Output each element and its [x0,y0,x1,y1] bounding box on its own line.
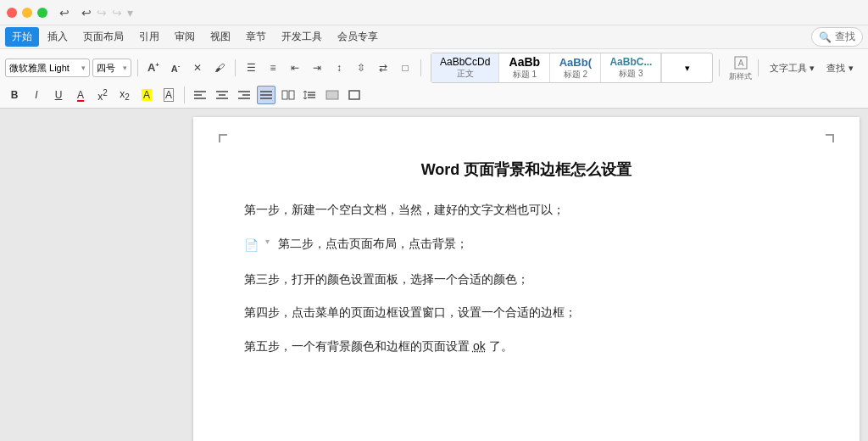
increase-font-button[interactable]: A+ [144,59,163,77]
svg-rect-15 [289,91,294,99]
svg-rect-19 [326,91,338,99]
new-style-icon: A [732,54,749,71]
find-replace-button[interactable]: 查找 ▾ [823,60,856,76]
search-placeholder: 查找 [835,30,855,44]
maximize-button[interactable] [37,8,47,18]
title-bar: ↩ ↩ ↪ ↪ ▾ [0,0,868,25]
style-h1-label: 标题 1 [513,69,537,81]
sort-icon: ↕ [337,62,342,74]
font-selector: 微软雅黑 Light ▾ 四号 ▾ [5,59,131,77]
redo-button[interactable]: ↪ [97,6,107,20]
new-style-label: 新样式 [729,71,752,82]
menu-item-view[interactable]: 视图 [203,27,237,47]
underline-button[interactable]: U [49,86,68,104]
undo2-button[interactable]: ↩ [81,6,92,20]
doc-para-3-text: 第三步，打开的颜色设置面板，选择一个合适的颜色； [244,272,529,286]
char-border-icon: A [164,88,174,102]
subscript-button[interactable]: x2 [115,86,134,104]
divider3 [420,59,421,76]
list-bullet-button[interactable]: ☰ [242,59,260,77]
doc-para-5: 第五步，一个有背景颜色和边框的页面设置 ok 了。 [244,337,809,357]
font-color-button[interactable]: A [71,86,90,104]
underline-icon: U [55,89,63,101]
minimize-button[interactable] [22,8,32,18]
more-undo-icon: ▾ [127,6,133,20]
highlight-button[interactable]: A [137,86,156,104]
style-h2-label: 标题 2 [564,69,587,81]
clear-format-button[interactable]: ✕ [188,59,207,77]
undo-button[interactable]: ↩ [59,6,70,20]
menu-item-review[interactable]: 审阅 [168,27,202,47]
align-right-button[interactable] [235,86,253,104]
doc-page: Word 页面背景和边框怎么设置 第一步，新建一个空白文档，当然，建好的文字文档… [193,117,860,441]
divider4 [719,59,720,76]
style-normal[interactable]: AaBbCcDd 正文 [431,53,499,82]
menu-item-vip[interactable]: 会员专享 [331,27,385,47]
line-spacing-icon [303,89,317,101]
svg-rect-20 [349,91,359,99]
align-left-icon [193,89,207,101]
text-tools-label: 文字工具 ▾ [770,62,815,75]
superscript-button[interactable]: x2 [93,86,112,104]
italic-icon: I [35,89,37,101]
bold-button[interactable]: B [5,86,24,104]
highlight-icon: A [142,89,152,101]
style-h3-label: 标题 3 [619,68,643,80]
border-button[interactable] [345,86,364,104]
search-box[interactable]: 🔍 查找 [811,27,863,47]
char-border-button[interactable]: A [159,86,178,104]
doc-para-1-text: 第一步，新建一个空白文档，当然，建好的文字文档也可以； [244,203,565,216]
text-tools-button[interactable]: 文字工具 ▾ [766,60,818,76]
align-center-button[interactable] [213,86,231,104]
decrease-font-button[interactable]: A- [166,59,185,77]
list-number-icon: ≡ [270,62,275,74]
menu-item-reference[interactable]: 引用 [132,27,166,47]
align-justify-button[interactable] [257,86,275,104]
styles-more-button[interactable]: ▾ [661,53,712,82]
menu-item-developer[interactable]: 开发工具 [275,27,329,47]
doc-para-4-text: 第四步，点击菜单的页面边框设置窗口，设置一个合适的边框； [244,305,576,319]
style-h3[interactable]: AaBbC... 标题 3 [601,53,661,82]
format-brush-button[interactable]: 🖌 [210,59,229,77]
new-style-button[interactable]: A 新样式 [729,54,752,82]
doc-para-5-ok: ok [473,339,486,353]
shading-button[interactable] [323,86,342,104]
bold-icon: B [11,89,19,101]
indent-increase-icon: ⇥ [313,62,321,74]
menu-item-chapter[interactable]: 章节 [239,27,273,47]
divider6 [184,87,185,103]
sort-button[interactable]: ↕ [330,59,348,77]
clear-format-icon: ✕ [193,62,202,74]
menu-item-insert[interactable]: 插入 [41,27,75,47]
doc-icon-2: 📄 [244,236,259,256]
text-dir-button[interactable]: ⇄ [374,59,392,77]
corner-mark-tl [219,134,227,142]
para-spacing-button[interactable]: ⇳ [352,59,370,77]
style-h2[interactable]: AaBb( 标题 2 [550,53,601,82]
columns-button[interactable] [279,86,298,104]
font-size-chevron: ▾ [123,64,127,72]
superscript-icon: x2 [97,88,108,103]
text-box-button[interactable]: □ [396,59,415,77]
indent-increase-button[interactable]: ⇥ [308,59,326,77]
menu-item-layout[interactable]: 页面布局 [76,27,131,47]
doc-para-5-text-before: 第五步，一个有背景颜色和边框的页面设置 [244,339,473,353]
menu-item-start[interactable]: 开始 [5,27,39,47]
corner-mark-tr [826,134,834,142]
doc-para-4: 第四步，点击菜单的页面边框设置窗口，设置一个合适的边框； [244,303,809,323]
italic-button[interactable]: I [27,86,46,104]
redo2-button[interactable]: ↪ [112,6,122,20]
close-button[interactable] [7,8,17,18]
divider5 [758,59,759,76]
line-spacing-button[interactable] [301,86,320,104]
subscript-icon: x2 [120,88,130,102]
find-replace-label: 查找 ▾ [826,62,853,75]
list-number-button[interactable]: ≡ [264,59,282,77]
indent-decrease-button[interactable]: ⇤ [286,59,304,77]
style-normal-label: 正文 [457,68,474,80]
font-name-dropdown[interactable]: 微软雅黑 Light ▾ [5,59,90,77]
font-name-value: 微软雅黑 Light [9,62,70,75]
align-left-button[interactable] [191,86,209,104]
style-h1[interactable]: AaBb 标题 1 [499,53,550,82]
font-size-dropdown[interactable]: 四号 ▾ [92,59,131,77]
